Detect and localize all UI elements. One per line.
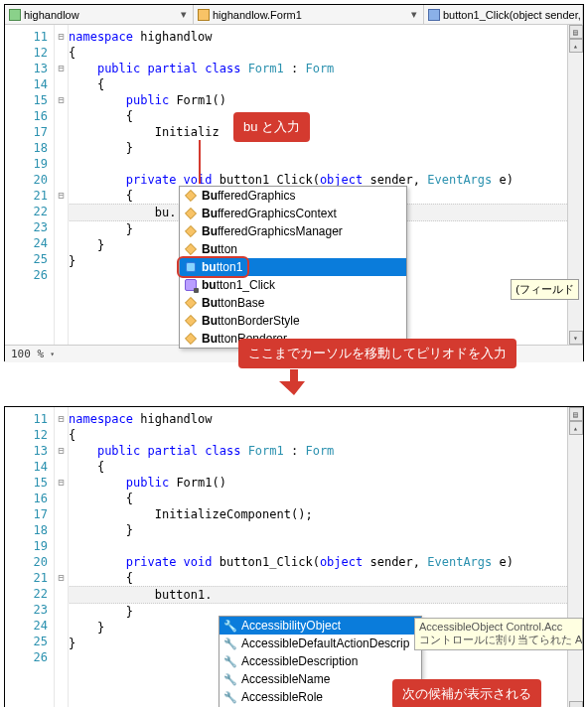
annotation-callout: ここまでカーソルを移動してピリオドを入力	[238, 339, 516, 368]
chevron-down-icon[interactable]: ▾	[409, 8, 419, 21]
intellisense-item[interactable]: BufferedGraphics	[180, 187, 406, 205]
intellisense-item-label: BufferedGraphicsManager	[202, 224, 343, 238]
editor-panel-before: highandlow ▾ highandlow.Form1 ▾ button1_…	[4, 4, 584, 361]
intellisense-popup[interactable]: BufferedGraphicsBufferedGraphicsContextB…	[179, 186, 407, 349]
vertical-scrollbar[interactable]: ▤ ▴ ▾	[567, 407, 583, 707]
nav-class-label: highandlow.Form1	[213, 9, 302, 21]
nav-scope-label: highandlow	[24, 9, 79, 21]
intellisense-item[interactable]: Button	[180, 240, 406, 258]
fold-gutter[interactable]: ⊟ ⊟ ⊟ ⊟	[55, 407, 69, 707]
intellisense-item-label: button1_Click	[202, 278, 275, 292]
intellisense-item[interactable]: AccessibilityObject	[220, 617, 421, 635]
split-icon[interactable]: ▤	[569, 25, 583, 39]
class-icon	[184, 207, 198, 220]
annotation-callout: bu と入力	[233, 112, 310, 142]
line-number-gutter: 11121314151617181920212223242526	[5, 407, 55, 707]
intellisense-item-label: ButtonBase	[202, 296, 264, 310]
intellisense-tooltip: AccessibleObject Control.Acc コントロールに割り当て…	[414, 618, 583, 650]
scroll-up-icon[interactable]: ▴	[569, 421, 583, 435]
prop-icon	[223, 672, 237, 686]
line-number-gutter: 11121314151617181920212223242526	[5, 25, 55, 345]
intellisense-item[interactable]: AccessibleDefaultActionDescrip	[220, 635, 421, 652]
code-editor[interactable]: 11121314151617181920212223242526 ⊟ ⊟ ⊟ ⊟…	[5, 407, 583, 707]
intellisense-item-label: AccessibleRole	[241, 690, 323, 704]
class-icon	[184, 224, 198, 238]
intellisense-item[interactable]: button1_Click	[180, 276, 406, 294]
class-icon	[184, 314, 198, 328]
intellisense-hint: (フィールド	[511, 279, 579, 300]
nav-scope-project[interactable]: highandlow ▾	[5, 5, 194, 24]
intellisense-item[interactable]: button1	[180, 258, 406, 276]
split-icon[interactable]: ▤	[569, 407, 583, 421]
intellisense-item-label: AccessibleName	[241, 672, 330, 686]
nav-member-label: button1_Click(object sender, Ev	[443, 9, 583, 21]
scroll-down-icon[interactable]: ▾	[569, 331, 583, 345]
intellisense-item[interactable]: AccessibleName	[220, 670, 421, 688]
intellisense-item-label: AccessibleDefaultActionDescrip	[241, 636, 409, 650]
class-icon	[184, 296, 198, 310]
nav-scope-member[interactable]: button1_Click(object sender, Ev ▾	[424, 5, 583, 24]
intellisense-item[interactable]: AccessibleRole	[220, 688, 421, 706]
intellisense-item[interactable]: BufferedGraphicsManager	[180, 222, 406, 240]
field-icon	[184, 260, 198, 274]
intellisense-item-label: ButtonBorderStyle	[202, 314, 300, 328]
intellisense-item[interactable]: BufferedGraphicsContext	[180, 205, 406, 222]
scroll-up-icon[interactable]: ▴	[569, 39, 583, 53]
intellisense-item-label: AccessibilityObject	[241, 619, 341, 633]
method-icon	[428, 9, 440, 21]
fold-gutter[interactable]: ⊟ ⊟ ⊟ ⊟	[55, 25, 69, 345]
editor-panel-after: 11121314151617181920212223242526 ⊟ ⊟ ⊟ ⊟…	[4, 406, 584, 707]
intellisense-item-label: Button	[202, 242, 237, 256]
scroll-down-icon[interactable]: ▾	[569, 701, 583, 707]
prop-icon	[223, 654, 237, 668]
chevron-down-icon[interactable]: ▾	[50, 350, 55, 358]
prop-icon	[223, 636, 237, 650]
class-icon	[198, 9, 210, 21]
class-icon	[184, 332, 198, 346]
zoom-level[interactable]: 100 %	[5, 348, 50, 360]
prop-icon	[223, 619, 237, 633]
annotation-callout: 次の候補が表示される	[392, 679, 541, 707]
prop-icon	[223, 690, 237, 704]
intellisense-item-label: BufferedGraphicsContext	[202, 207, 337, 220]
class-icon	[184, 189, 198, 203]
intellisense-item-label: button1	[202, 260, 242, 274]
intellisense-item[interactable]: ButtonBase	[180, 294, 406, 312]
code-editor[interactable]: 11121314151617181920212223242526 ⊟ ⊟ ⊟ ⊟…	[5, 25, 583, 345]
navigation-bar: highandlow ▾ highandlow.Form1 ▾ button1_…	[5, 5, 583, 25]
intellisense-item[interactable]: AccessibleDescription	[220, 652, 421, 670]
intellisense-item[interactable]: ButtonBorderStyle	[180, 312, 406, 330]
class-icon	[184, 242, 198, 256]
method-icon	[184, 278, 198, 292]
nav-scope-class[interactable]: highandlow.Form1 ▾	[194, 5, 424, 24]
intellisense-item-label: BufferedGraphics	[202, 189, 296, 203]
intellisense-item-label: AccessibleDescription	[241, 654, 358, 668]
chevron-down-icon[interactable]: ▾	[179, 8, 189, 21]
csharp-project-icon	[9, 9, 21, 21]
